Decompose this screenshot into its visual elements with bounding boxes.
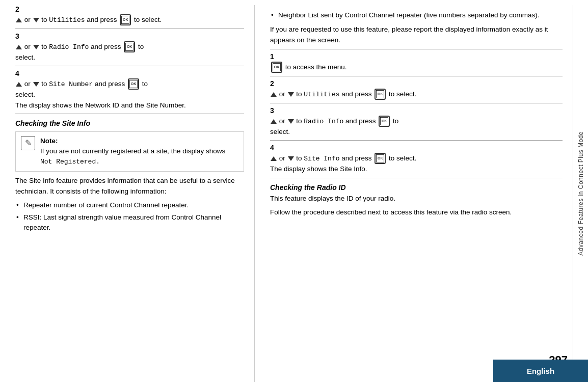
note-box: Note: If you are not currently registere… <box>15 131 244 172</box>
section-header-radio-id: Checking the Radio ID <box>270 183 563 192</box>
ok-button-icon <box>375 89 386 100</box>
to-select-text: to select. <box>389 154 416 162</box>
step-number: 4 <box>15 69 244 77</box>
arrow-up-icon <box>16 18 22 22</box>
step-number: 3 <box>270 106 563 115</box>
english-badge: English <box>493 360 588 382</box>
right-step-2: 2 or to Utilities and press to select. <box>270 79 563 100</box>
divider <box>270 49 563 49</box>
ok-button-icon <box>120 14 131 25</box>
step-content: to access the menu. <box>270 62 563 73</box>
site-info-para2: If you are requested to use this feature… <box>270 24 563 46</box>
bullet-item: RSSI: Last signal strength value measure… <box>15 212 244 233</box>
menu-item: Site Number <box>49 80 93 88</box>
to-text: to <box>41 80 49 88</box>
or-text: or <box>24 16 33 23</box>
right-step-3: 3 or to Radio Info and press to select. <box>270 106 563 137</box>
step-content: or to Radio Info and press to select. <box>15 41 244 63</box>
to-text: to <box>296 90 304 98</box>
to-text2: to <box>138 43 144 50</box>
to-text2: to <box>393 117 398 125</box>
step-content: or to Radio Info and press to select. <box>270 116 563 137</box>
sub-text: The display shows the Network ID and the… <box>15 101 186 109</box>
and-press-text: and press <box>341 154 373 162</box>
and-press-text: and press <box>345 117 378 125</box>
step-content: or to Site Number and press to select. T… <box>15 78 244 111</box>
left-column: 2 or to Utilities and press to select. 3 <box>0 5 255 382</box>
sidebar-text-area: Advanced Features in Connect Plus Mode <box>573 5 588 382</box>
or-text: or <box>279 117 287 125</box>
menu-item: Radio Info <box>304 118 343 125</box>
or-text: or <box>24 43 33 50</box>
and-press-text: and press <box>87 16 119 23</box>
arrow-down-icon <box>33 82 39 87</box>
sub-text: The display shows the Site Info. <box>270 165 367 173</box>
ok-button-icon <box>271 62 282 73</box>
step-content: or to Site Info and press to select. The… <box>270 153 563 174</box>
ok-button-icon <box>379 116 390 127</box>
right-step-1: 1 to access the menu. <box>270 52 563 73</box>
select-text: select. <box>15 53 35 61</box>
ok-button-icon <box>375 153 386 164</box>
radio-id-para2: Follow the procedure described next to a… <box>270 207 563 218</box>
divider <box>270 76 563 76</box>
note-mono: Not Registered. <box>40 158 100 166</box>
site-info-para: The Site Info feature provides informati… <box>15 176 244 197</box>
sidebar-label: Advanced Features in Connect Plus Mode <box>577 131 584 256</box>
arrow-down-icon <box>288 119 294 124</box>
divider <box>270 140 563 141</box>
step-content: or to Utilities and press to select. <box>270 89 563 100</box>
and-press-text: and press <box>341 90 373 98</box>
to-text2: to <box>142 80 148 88</box>
left-step-4: 4 or to Site Number and press to select.… <box>15 69 244 111</box>
radio-id-para1: This feature displays the ID of your rad… <box>270 194 563 204</box>
arrow-down-icon <box>288 156 294 161</box>
to-text: to <box>41 16 49 23</box>
right-step-4: 4 or to Site Info and press to select. T… <box>270 144 563 174</box>
arrow-up-icon <box>16 45 22 49</box>
note-label: Note: <box>40 137 58 145</box>
to-text: to <box>296 154 304 162</box>
bullet-item: Repeater number of current Control Chann… <box>15 200 244 210</box>
note-icon <box>21 136 35 150</box>
menu-item: Utilities <box>304 91 339 98</box>
step-content: or to Utilities and press to select. <box>15 14 244 25</box>
page-container: 2 or to Utilities and press to select. 3 <box>0 0 588 382</box>
bullet-item: Neighbor List sent by Control Channel re… <box>270 10 563 20</box>
to-text: to <box>41 43 49 50</box>
divider <box>15 114 244 114</box>
menu-item: Utilities <box>49 16 85 24</box>
ok-button-icon <box>128 78 139 90</box>
arrow-down-icon <box>288 92 294 97</box>
bullet-list-left: Repeater number of current Control Chann… <box>15 200 244 233</box>
to-text: to <box>296 117 304 125</box>
left-step-3: 3 or to Radio Info and press to select. <box>15 32 244 63</box>
arrow-down-icon <box>33 45 39 49</box>
bullet-list-right-continued: Neighbor List sent by Control Channel re… <box>270 10 563 20</box>
note-content: Note: If you are not currently registere… <box>40 136 238 167</box>
left-step-2: 2 or to Utilities and press to select. <box>15 5 244 25</box>
menu-item: Radio Info <box>49 43 89 51</box>
select-text: select. <box>270 128 290 135</box>
step-number: 4 <box>270 144 563 152</box>
divider <box>15 66 244 66</box>
arrow-up-icon <box>271 156 277 161</box>
and-press-text: and press <box>95 80 127 88</box>
step-number: 3 <box>15 32 244 40</box>
arrow-up-icon <box>271 119 277 124</box>
divider <box>15 29 244 29</box>
note-text: If you are not currently registered at a… <box>40 147 225 155</box>
arrow-up-icon <box>271 92 277 97</box>
divider <box>270 178 563 178</box>
english-label: English <box>527 367 554 375</box>
or-text: or <box>279 154 287 162</box>
access-menu-text: to access the menu. <box>285 63 347 71</box>
and-press-text: and press <box>91 43 123 50</box>
to-select-text: to select. <box>389 90 416 98</box>
arrow-down-icon <box>33 18 39 22</box>
select-text: select. <box>15 91 35 98</box>
or-text: or <box>279 90 287 98</box>
ok-button-icon <box>124 41 135 52</box>
step-number: 2 <box>15 5 244 13</box>
step-number: 1 <box>270 52 563 61</box>
